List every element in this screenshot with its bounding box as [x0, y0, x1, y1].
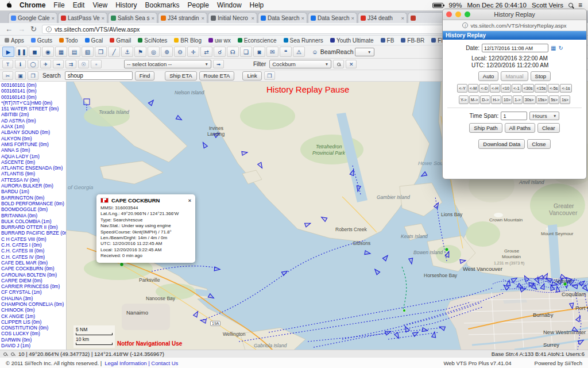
vessel-list-item[interactable]: CHALINA (3m) [1, 296, 66, 301]
zoom-in-icon[interactable]: ⊕ [161, 47, 173, 57]
step-forward-5s[interactable]: 5s> [549, 95, 559, 104]
vessel-list-item[interactable]: CAROLINA BOLTEN (0m) [1, 272, 66, 278]
link-button[interactable]: Link [242, 71, 261, 80]
vessel-list-item[interactable]: AD ASTRA (0m) [1, 118, 66, 124]
vessel-list-item[interactable]: BARDU (1m) [1, 189, 66, 194]
log-icon[interactable]: ❏ [240, 47, 252, 57]
back-icon[interactable]: ← [5, 25, 13, 33]
tab-close-icon[interactable]: × [301, 15, 304, 21]
flag-icon[interactable]: ⚑ [134, 47, 146, 57]
browser-tab[interactable]: Google Cale× [8, 12, 57, 23]
menu-item-help[interactable]: Help [250, 1, 264, 9]
zoom-window-icon[interactable] [465, 12, 470, 17]
vessel-list-item[interactable]: BOOMDOGGLE (0m) [1, 206, 66, 212]
status-zoom-out-icon[interactable] [11, 352, 14, 356]
vessel-list-item[interactable]: CARPE DIEM (0m) [1, 278, 66, 283]
tab-close-icon[interactable]: × [351, 15, 354, 21]
vessel-list-item[interactable]: BURRARD PACIFIC BRZE (0m) [1, 230, 66, 236]
step-forward-y[interactable]: Y-> [459, 95, 469, 104]
vessel-list-item[interactable]: ABITIBI (2m) [1, 112, 66, 117]
zoom-out-icon[interactable]: ⊖ [174, 47, 186, 57]
copy-icon[interactable]: ❐ [28, 71, 38, 80]
vessel-list-item[interactable]: ATLANTIC ENSENADA (0m) [1, 165, 66, 171]
beamreach-account[interactable]: ☺ BeamReach [312, 48, 354, 55]
bookmark-br-blog[interactable]: BR Blog [174, 37, 202, 44]
timespan-input[interactable]: 1 [501, 112, 527, 120]
layers-icon[interactable]: ▤ [68, 47, 80, 57]
vessel-list-item[interactable]: C H CATES VIII (0m) [1, 236, 66, 242]
menu-item-view[interactable]: View [92, 1, 107, 9]
browser-tab[interactable]: Salish Sea s× [108, 12, 157, 23]
vessel-list-item[interactable]: DARWIN (0m) [1, 337, 66, 343]
forward-icon[interactable]: → [18, 25, 25, 33]
date-input[interactable]: 12/17/2016 11:08 AM [482, 44, 548, 52]
circle-icon[interactable]: ◯ [28, 60, 38, 68]
vessel-list-item[interactable]: ATLANTIS (9m) [1, 171, 66, 177]
vessel-list-item[interactable]: ATTESSA IV (0m) [1, 177, 66, 183]
filter-select[interactable]: Cockburn ▼ [269, 60, 331, 68]
vessel-list-item[interactable]: BOLD PERFORMANCE (0m) [1, 201, 66, 206]
anchor-icon[interactable]: ⚓ [121, 47, 133, 57]
spotlight-search-icon[interactable] [568, 3, 573, 7]
route-eta-button[interactable]: Route ETA [199, 71, 235, 80]
bookmark-gmail[interactable]: Gmail [110, 37, 131, 44]
browser-tab[interactable]: Initial Necro× [208, 12, 257, 23]
browser-tab[interactable]: Data Search× [308, 12, 357, 23]
ship-eta-button[interactable]: Ship ETA [165, 71, 196, 80]
step-forward-1[interactable]: 1-> [513, 95, 523, 104]
vessel-list-item[interactable]: BULK COLOMBIA (1m) [1, 218, 66, 224]
tab-close-icon[interactable]: × [151, 15, 154, 21]
step-forward-10[interactable]: 10> [502, 95, 512, 104]
bookmark-fb-br[interactable]: FB-BR [401, 37, 424, 44]
browser-tab[interactable]: LastPass Ve× [58, 12, 107, 23]
menubar-app-name[interactable]: Chrome [20, 1, 45, 9]
reload-icon[interactable]: ↻ [30, 25, 37, 33]
browser-tab[interactable]: J34 strandin× [158, 12, 207, 23]
vessel-list-item[interactable]: AURORA BULKER (0m) [1, 183, 66, 189]
tab-close-icon[interactable]: × [201, 15, 204, 21]
vessel-list-item[interactable]: CARRIER PRINCESS (0m) [1, 283, 66, 289]
step-back-5s[interactable]: <-5s [548, 84, 559, 93]
play-icon[interactable]: ▶ [2, 47, 14, 57]
path-all-paths[interactable]: All Paths [505, 123, 536, 133]
replay-download-data[interactable]: Download Data [478, 139, 525, 149]
vessel-list-item[interactable]: ALBANY SOUND (0m) [1, 129, 66, 135]
step-back-10[interactable]: <10 [501, 84, 511, 93]
replay-mode-auto[interactable]: Auto [478, 71, 499, 81]
menu-item-people[interactable]: People [188, 1, 209, 9]
vessel-list-item[interactable]: BURRARD OTTER II (0m) [1, 224, 66, 230]
stop-icon[interactable]: ◼ [29, 47, 41, 57]
tab-close-icon[interactable]: × [101, 15, 105, 21]
step-forward-h[interactable]: H-> [491, 95, 501, 104]
bookmark-apps[interactable]: Apps [5, 37, 24, 44]
vessel-list-item[interactable]: ALKYON (0m) [1, 136, 66, 141]
step-back-m[interactable]: <-M [468, 84, 479, 93]
vessel-list-item[interactable]: CHINOOK (0m) [1, 307, 66, 313]
cut-icon[interactable]: ✂ [2, 71, 13, 80]
replay-titlebar[interactable]: History Replay [443, 9, 586, 20]
vessel-list-item[interactable]: AJAX (1m) [1, 124, 66, 129]
step-forward-m[interactable]: M-> [469, 95, 480, 104]
vessel-list-item[interactable]: DAVID J (1m) [1, 343, 66, 348]
pause-icon[interactable]: ❚❚ [16, 47, 28, 57]
apple-menu-icon[interactable] [6, 1, 11, 9]
step-back-1[interactable]: <-1 [512, 84, 521, 93]
notification-center-icon[interactable]: ≡ [578, 1, 582, 9]
bookmark-gcal[interactable]: Gcal [85, 37, 103, 44]
step-back-1s[interactable]: <-1s [560, 84, 571, 93]
menu-item-window[interactable]: Window [217, 1, 242, 9]
vessel-list-item[interactable]: AQUA LADY (1m) [1, 154, 66, 159]
bell-icon[interactable]: ☊ [227, 47, 239, 57]
refresh-icon[interactable]: ↻ [558, 45, 563, 51]
vessel-list-item[interactable]: AMIS FORTUNE (0m) [1, 141, 66, 147]
replay-close[interactable]: Close [527, 139, 550, 149]
step-back-30s[interactable]: <30s [522, 84, 535, 93]
replay-page-info-icon[interactable]: i [462, 22, 468, 28]
replay-mode-stop[interactable]: Stop [531, 71, 551, 81]
search-input[interactable]: shoup [65, 71, 133, 80]
vessel-list-item[interactable]: 003160141 (0m) [1, 88, 66, 94]
bookmark-youth-ultimate[interactable]: Youth Ultimate [330, 37, 374, 44]
browser-tab[interactable]: J34 death× [358, 12, 407, 23]
tab-close-icon[interactable]: × [51, 15, 55, 21]
beamreach-select[interactable]: ▼ [355, 48, 374, 56]
